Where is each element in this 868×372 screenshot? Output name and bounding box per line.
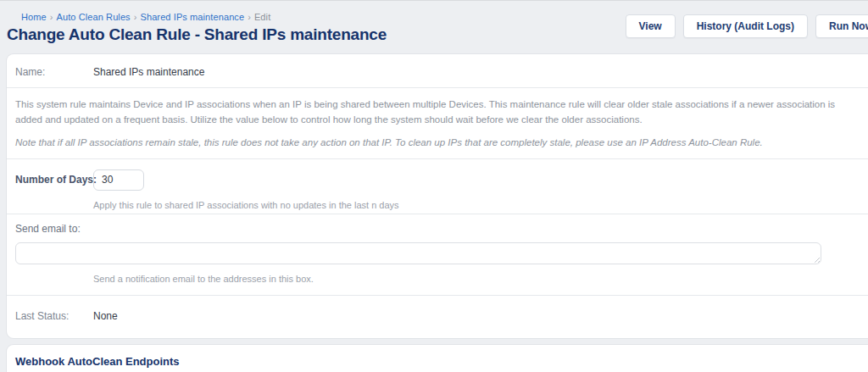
- send-email-field-wrap: [15, 242, 821, 264]
- run-now-button[interactable]: Run Now: [815, 14, 868, 38]
- history-audit-logs-button[interactable]: History (Audit Logs): [683, 14, 808, 38]
- webhook-endpoints-card: Webhook AutoClean Endpoints Destination …: [7, 345, 868, 372]
- last-status-label: Last Status:: [15, 310, 69, 322]
- last-status-value: None: [93, 310, 865, 322]
- page-header: Home›Auto Clean Rules›Shared IPs mainten…: [0, 1, 868, 53]
- send-email-help: Send a notification email to the address…: [93, 274, 865, 284]
- send-email-label: Send email to:: [15, 223, 865, 235]
- breadcrumb-link-shared-ips-maintenance[interactable]: Shared IPs maintenance: [141, 12, 245, 22]
- number-of-days-help: Apply this rule to shared IP association…: [93, 200, 865, 210]
- last-status-row: Last Status: None: [7, 296, 868, 338]
- name-value: Shared IPs maintenance: [93, 66, 865, 78]
- breadcrumb-separator: ›: [134, 12, 137, 22]
- breadcrumb-separator: ›: [248, 12, 251, 22]
- number-of-days-label: Number of Days:: [15, 174, 97, 186]
- description-row: This system rule maintains Device and IP…: [7, 88, 868, 159]
- rule-form-card: Name: Shared IPs maintenance This system…: [7, 54, 868, 338]
- name-row: Name: Shared IPs maintenance: [7, 54, 868, 88]
- send-email-textarea[interactable]: [15, 242, 821, 264]
- rule-description: This system rule maintains Device and IP…: [15, 97, 848, 128]
- rule-description-note: Note that if all IP associations remain …: [15, 137, 848, 147]
- view-button[interactable]: View: [626, 14, 676, 38]
- breadcrumb-separator: ›: [50, 12, 53, 22]
- webhook-endpoints-title: Webhook AutoClean Endpoints: [7, 345, 868, 372]
- header-action-buttons: View History (Audit Logs) Run Now: [626, 14, 868, 38]
- number-of-days-input[interactable]: [93, 169, 144, 191]
- breadcrumb-link-auto-clean-rules[interactable]: Auto Clean Rules: [57, 12, 131, 22]
- breadcrumb-link-home[interactable]: Home: [21, 12, 47, 22]
- breadcrumb-current-edit: Edit: [254, 12, 270, 22]
- send-email-row: Send email to: Send a notification email…: [7, 214, 868, 296]
- name-label: Name:: [15, 66, 45, 78]
- number-of-days-row: Number of Days: Apply this rule to share…: [7, 159, 868, 214]
